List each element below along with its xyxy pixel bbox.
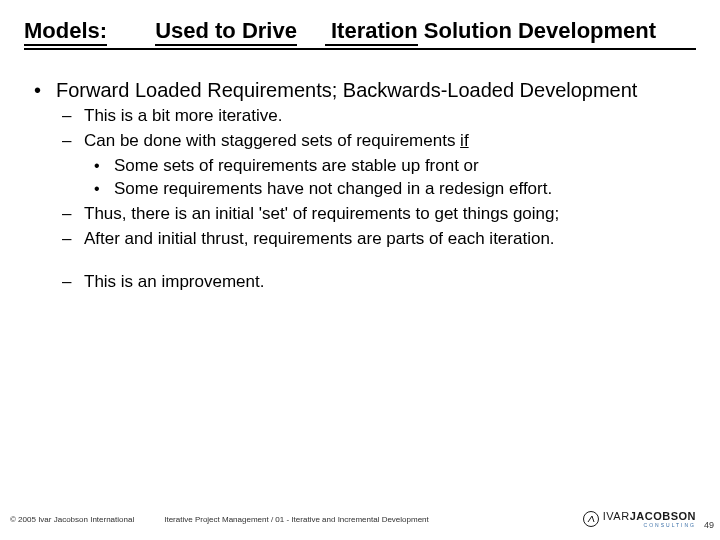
bullet-list-level1: Forward Loaded Requirements; Backwards-L… <box>34 78 696 294</box>
sub-bullet-initial-set: Thus, there is an initial 'set' of requi… <box>56 203 696 226</box>
logo-text-block: IVARJACOBSON CONSULTING <box>603 510 696 528</box>
footer: © 2005 Ivar Jacobson International Itera… <box>0 510 720 528</box>
title-rest: Solution Development <box>418 18 656 43</box>
logo-first-name: IVAR <box>603 510 630 522</box>
title-segment-models: Models: <box>24 18 107 46</box>
copyright-text: © 2005 Ivar Jacobson International <box>10 515 134 524</box>
slide-title: Models: Used to Drive Iteration Solution… <box>24 18 696 50</box>
title-word-iteration: Iteration <box>325 18 418 46</box>
subsub-bullet-unchanged: Some requirements have not changed in a … <box>84 178 696 201</box>
svg-point-0 <box>583 512 598 527</box>
logo-last-name: JACOBSON <box>630 510 696 522</box>
breadcrumb-text: Iterative Project Management / 01 - Iter… <box>164 515 583 524</box>
spacing <box>56 253 696 269</box>
underlined-if: if <box>460 131 469 150</box>
bullet-list-level2: This is a bit more iterative. Can be don… <box>56 105 696 251</box>
sub-bullet-after-thrust: After and initial thrust, requirements a… <box>56 228 696 251</box>
title-segment-used-to-drive: Used to Drive <box>155 18 297 46</box>
logo-subtitle: CONSULTING <box>603 522 696 528</box>
page-number: 49 <box>704 520 714 530</box>
sub-bullet-iterative: This is a bit more iterative. <box>56 105 696 128</box>
bullet-list-level2-b: This is an improvement. <box>56 271 696 294</box>
slide: Models: Used to Drive Iteration Solution… <box>0 0 720 540</box>
bullet-list-level3: Some sets of requirements are stable up … <box>84 155 696 201</box>
logo: IVARJACOBSON CONSULTING <box>583 510 696 528</box>
subsub-bullet-stable: Some sets of requirements are stable up … <box>84 155 696 178</box>
content-area: Forward Loaded Requirements; Backwards-L… <box>24 78 696 294</box>
logo-icon <box>583 511 599 527</box>
sub-bullet-improvement: This is an improvement. <box>56 271 696 294</box>
logo-name: IVARJACOBSON <box>603 510 696 522</box>
sub-bullet-staggered: Can be done with staggered sets of requi… <box>56 130 696 201</box>
main-bullet: Forward Loaded Requirements; Backwards-L… <box>34 78 696 294</box>
sub-bullet-staggered-text: Can be done with staggered sets of requi… <box>84 131 460 150</box>
title-segment-iteration-solution: Iteration Solution Development <box>325 18 656 46</box>
main-bullet-text: Forward Loaded Requirements; Backwards-L… <box>56 79 637 101</box>
